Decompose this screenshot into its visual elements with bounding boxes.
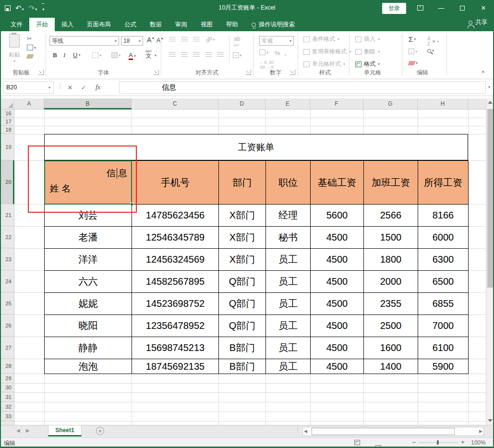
- shrink-font-button[interactable]: A▼: [157, 37, 164, 44]
- row-header-16[interactable]: 16: [0, 109, 14, 118]
- table-cell-r26G[interactable]: 2500: [363, 315, 418, 337]
- sheet-canvas[interactable]: ABCDEFGH16171819202122232425262728293031…: [0, 98, 494, 426]
- table-cell-r21E[interactable]: 经理: [265, 204, 311, 227]
- table-cell-r21C[interactable]: 14785623456: [132, 204, 219, 227]
- table-header-加班工资[interactable]: 加班工资: [363, 160, 418, 205]
- table-cell-r24H[interactable]: 6500: [418, 270, 469, 293]
- table-cell-r27F[interactable]: 4500: [310, 337, 364, 359]
- sheet-tab-sheet1[interactable]: Sheet1: [48, 425, 82, 436]
- table-cell-r21G[interactable]: 2566: [363, 204, 418, 227]
- table-cell-r28C[interactable]: 18745692135: [132, 359, 219, 374]
- name-box-dropdown-icon[interactable]: ▾: [48, 85, 50, 90]
- table-cell-r25D[interactable]: Q部门: [218, 292, 266, 315]
- autosum-button[interactable]: Σ▾: [409, 35, 416, 43]
- cell-2-button[interactable]: 格式▾: [355, 60, 380, 68]
- maximize-button[interactable]: [452, 0, 473, 16]
- zoom-in-button[interactable]: +: [461, 438, 465, 446]
- table-cell-r21F[interactable]: 5600: [310, 204, 364, 227]
- row-header-27[interactable]: 27: [0, 337, 14, 359]
- table-header-手机号[interactable]: 手机号: [132, 160, 219, 205]
- row-header-25[interactable]: 25: [0, 292, 14, 315]
- insert-function-button[interactable]: fx: [91, 81, 105, 94]
- table-cell-r25C[interactable]: 14523698752: [132, 292, 219, 315]
- formula-input[interactable]: 信息: [119, 81, 486, 94]
- table-cell-r22C[interactable]: 12546345789: [132, 226, 219, 249]
- table-cell-r23F[interactable]: 4500: [310, 248, 364, 271]
- name-box[interactable]: B20 ▾: [3, 81, 54, 94]
- tab-file[interactable]: 文件: [4, 18, 29, 31]
- italic-button[interactable]: I: [63, 51, 65, 59]
- table-cell-r26D[interactable]: Q部门: [218, 315, 266, 337]
- table-cell-r28G[interactable]: 1400: [363, 359, 418, 374]
- normal-view-icon[interactable]: [354, 440, 360, 445]
- prev-sheet-icon[interactable]: ◀: [16, 428, 20, 433]
- row-header-18[interactable]: 18: [0, 126, 14, 134]
- font-size-combobox[interactable]: 18▾: [121, 36, 143, 46]
- table-cell-r23B[interactable]: 洋洋: [44, 248, 132, 271]
- tab-公式[interactable]: 公式: [118, 18, 143, 31]
- enter-entry-button[interactable]: ✓: [77, 81, 90, 94]
- table-cell-r22F[interactable]: 4500: [310, 226, 364, 249]
- row-header-24[interactable]: 24: [0, 270, 14, 292]
- column-header-H[interactable]: H: [418, 98, 468, 109]
- table-cell-r27E[interactable]: 员工: [265, 337, 311, 359]
- column-header-C[interactable]: C: [132, 98, 218, 109]
- table-cell-r25E[interactable]: 员工: [265, 292, 311, 315]
- column-header-G[interactable]: G: [363, 98, 418, 109]
- number-dialog-launcher[interactable]: ↘: [290, 70, 295, 75]
- table-cell-r21D[interactable]: X部门: [218, 204, 266, 227]
- table-cell-r23D[interactable]: X部门: [218, 248, 266, 271]
- table-header-部门[interactable]: 部门: [218, 160, 266, 205]
- table-cell-r21H[interactable]: 8166: [418, 204, 469, 227]
- tell-me-search[interactable]: 操作说明搜索: [252, 18, 295, 31]
- table-cell-r23G[interactable]: 1800: [363, 248, 418, 271]
- table-cell-r25G[interactable]: 2355: [363, 292, 418, 315]
- table-cell-r25H[interactable]: 6855: [418, 292, 469, 315]
- row-header-20[interactable]: 20: [0, 160, 14, 204]
- tab-页面布局[interactable]: 页面布局: [80, 18, 118, 31]
- bold-button[interactable]: B: [53, 51, 57, 59]
- table-cell-r27C[interactable]: 15698745213: [132, 337, 219, 359]
- table-cell-r26C[interactable]: 12356478952: [132, 315, 219, 337]
- copy-button[interactable]: ▾: [27, 45, 36, 50]
- table-cell-r22E[interactable]: 秘书: [265, 226, 311, 249]
- cut-button[interactable]: ✂: [27, 35, 32, 42]
- table-cell-r28H[interactable]: 5900: [418, 359, 469, 374]
- table-cell-r23C[interactable]: 12456324569: [132, 248, 219, 271]
- row-header-29[interactable]: 29: [0, 374, 14, 383]
- close-button[interactable]: ×: [473, 0, 494, 16]
- table-cell-r26H[interactable]: 7000: [418, 315, 469, 337]
- ribbon-display-options-button[interactable]: ⌃: [410, 0, 431, 16]
- vertical-scroll-thumb[interactable]: [487, 109, 493, 288]
- clipboard-dialog-launcher[interactable]: ↘: [38, 70, 44, 75]
- table-cell-r27B[interactable]: 静静: [44, 337, 132, 359]
- horizontal-scroll-thumb[interactable]: [312, 428, 455, 435]
- row-header-32[interactable]: 32: [0, 402, 14, 412]
- table-cell-r22H[interactable]: 6000: [418, 226, 469, 249]
- table-header-职位[interactable]: 职位: [265, 160, 311, 205]
- table-cell-r27G[interactable]: 1600: [363, 337, 418, 359]
- table-cell-r28E[interactable]: 员工: [265, 359, 311, 374]
- expand-formula-bar-icon[interactable]: ▾: [488, 85, 490, 89]
- table-cell-r24C[interactable]: 14582567895: [132, 270, 219, 293]
- find-select-button[interactable]: ▾: [427, 48, 434, 53]
- row-header-22[interactable]: 22: [0, 226, 14, 248]
- table-cell-r26B[interactable]: 晓阳: [44, 315, 132, 337]
- table-cell-r25F[interactable]: 4500: [310, 292, 364, 315]
- next-sheet-icon[interactable]: ▶: [26, 428, 30, 433]
- formula-bar-splitter[interactable]: ⋮⋮: [58, 84, 63, 88]
- row-header-33[interactable]: 33: [0, 412, 14, 421]
- login-button[interactable]: 登录: [382, 3, 406, 14]
- tab-插入[interactable]: 插入: [55, 18, 80, 31]
- clear-button[interactable]: ▾: [409, 61, 418, 65]
- collapse-ribbon-button[interactable]: ∧: [481, 70, 485, 74]
- row-header-17[interactable]: 17: [0, 118, 14, 126]
- table-cell-r28F[interactable]: 4500: [310, 359, 364, 374]
- font-name-combobox[interactable]: 等线▾: [49, 36, 119, 46]
- column-header-A[interactable]: A: [14, 98, 44, 109]
- row-header-21[interactable]: 21: [0, 204, 14, 226]
- tab-视图[interactable]: 视图: [194, 18, 219, 31]
- select-all-corner[interactable]: [0, 98, 14, 109]
- table-cell-r24D[interactable]: Q部门: [218, 270, 266, 293]
- underline-button[interactable]: U▾: [73, 51, 80, 59]
